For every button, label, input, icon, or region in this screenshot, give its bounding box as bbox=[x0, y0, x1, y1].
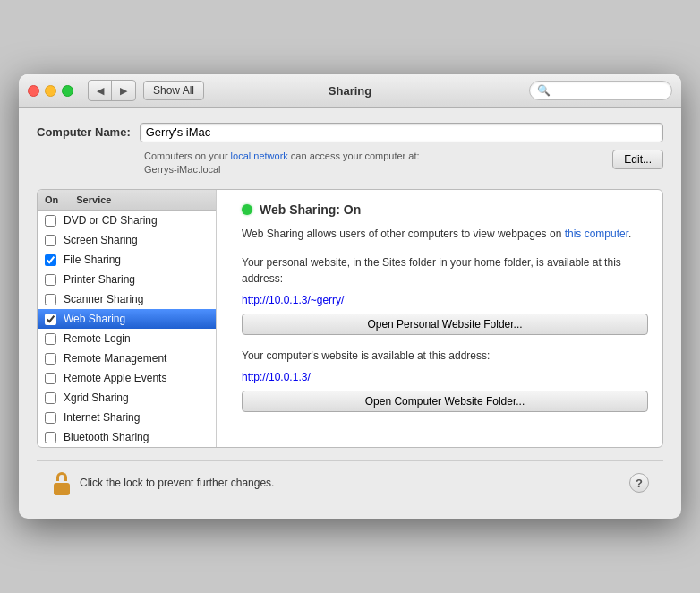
service-checkbox[interactable] bbox=[45, 353, 56, 365]
service-checkbox[interactable] bbox=[45, 333, 56, 345]
service-checkbox[interactable] bbox=[45, 392, 56, 404]
service-item[interactable]: Web Sharing bbox=[38, 309, 216, 329]
window: ◀ ▶ Show All Sharing 🔍 Computer Name: Co… bbox=[19, 74, 681, 520]
local-access-line2: Gerrys-iMac.local bbox=[144, 163, 420, 176]
computer-site-link[interactable]: http://10.0.1.3/ bbox=[242, 371, 311, 383]
service-name: Remote Management bbox=[64, 352, 166, 365]
personal-site-text: Your personal website, in the Sites fold… bbox=[242, 254, 648, 287]
detail-panel: Web Sharing: On Web Sharing allows users… bbox=[227, 190, 662, 447]
services-list: On Service DVD or CD SharingScreen Shari… bbox=[38, 190, 217, 447]
content: Computer Name: Computers on your local n… bbox=[19, 108, 681, 520]
service-item[interactable]: File Sharing bbox=[38, 250, 216, 270]
service-item[interactable]: Bluetooth Sharing bbox=[38, 427, 216, 447]
traffic-lights bbox=[28, 85, 73, 97]
service-checkbox[interactable] bbox=[45, 215, 56, 227]
service-item[interactable]: DVD or CD Sharing bbox=[38, 211, 216, 230]
lock-shackle bbox=[56, 472, 67, 481]
service-checkbox[interactable] bbox=[45, 274, 56, 286]
status-title: Web Sharing: On bbox=[260, 202, 361, 217]
service-item[interactable]: Xgrid Sharing bbox=[38, 388, 216, 408]
service-name: Screen Sharing bbox=[64, 234, 138, 246]
nav-buttons: ◀ ▶ bbox=[88, 80, 136, 101]
detail-description: Web Sharing allows users of other comput… bbox=[242, 226, 648, 242]
services-container: DVD or CD SharingScreen SharingFile Shar… bbox=[38, 211, 216, 447]
service-checkbox[interactable] bbox=[45, 235, 56, 246]
local-access-text: Computers on your local network can acce… bbox=[144, 150, 420, 177]
this-computer-link[interactable]: this computer bbox=[565, 228, 628, 240]
edit-button[interactable]: Edit... bbox=[612, 150, 663, 169]
computer-site-url: http://10.0.1.3/ bbox=[242, 369, 648, 385]
status-header: Web Sharing: On bbox=[242, 202, 648, 217]
bottom-bar: Click the lock to prevent further change… bbox=[37, 460, 663, 504]
close-button[interactable] bbox=[28, 85, 39, 97]
local-access-line1: Computers on your local network can acce… bbox=[144, 150, 420, 163]
service-checkbox[interactable] bbox=[45, 412, 56, 424]
service-name: File Sharing bbox=[64, 254, 121, 266]
lock-body bbox=[54, 483, 70, 495]
search-input[interactable] bbox=[554, 84, 664, 97]
main-panel: On Service DVD or CD SharingScreen Shari… bbox=[37, 189, 663, 448]
service-item[interactable]: Remote Apple Events bbox=[38, 368, 216, 388]
maximize-button[interactable] bbox=[62, 85, 73, 97]
service-name: Remote Apple Events bbox=[64, 372, 166, 384]
service-name: Bluetooth Sharing bbox=[64, 431, 149, 443]
local-access-row: Computers on your local network can acce… bbox=[37, 150, 663, 177]
service-name: Web Sharing bbox=[64, 313, 125, 325]
nav-search: ◀ ▶ Show All bbox=[88, 80, 204, 101]
computer-site-section: Your computer's website is available at … bbox=[242, 348, 648, 412]
service-item[interactable]: Internet Sharing bbox=[38, 408, 216, 427]
service-item[interactable]: Scanner Sharing bbox=[38, 289, 216, 309]
window-title: Sharing bbox=[329, 84, 371, 98]
service-item[interactable]: Remote Management bbox=[38, 348, 216, 368]
status-dot bbox=[242, 204, 252, 215]
service-name: Scanner Sharing bbox=[64, 293, 143, 305]
col-on-header: On bbox=[45, 194, 58, 205]
personal-site-url: http://10.0.1.3/~gerry/ bbox=[242, 292, 648, 308]
show-all-button[interactable]: Show All bbox=[143, 81, 204, 100]
service-checkbox[interactable] bbox=[45, 254, 56, 266]
services-header: On Service bbox=[38, 190, 216, 211]
titlebar: ◀ ▶ Show All Sharing 🔍 bbox=[19, 74, 681, 108]
search-box[interactable]: 🔍 bbox=[529, 81, 672, 100]
service-item[interactable]: Printer Sharing bbox=[38, 270, 216, 289]
service-name: Xgrid Sharing bbox=[64, 391, 129, 404]
open-computer-folder-button[interactable]: Open Computer Website Folder... bbox=[242, 391, 648, 412]
minimize-button[interactable] bbox=[45, 85, 56, 97]
service-checkbox[interactable] bbox=[45, 373, 56, 384]
computer-site-text: Your computer's website is available at … bbox=[242, 348, 648, 364]
service-name: Internet Sharing bbox=[64, 411, 140, 424]
service-item[interactable]: Remote Login bbox=[38, 329, 216, 348]
forward-button[interactable]: ▶ bbox=[112, 81, 135, 100]
computer-name-input[interactable] bbox=[140, 123, 663, 142]
service-name: Remote Login bbox=[64, 332, 131, 345]
col-service-header: Service bbox=[76, 194, 111, 205]
computer-name-row: Computer Name: bbox=[37, 123, 663, 142]
computer-name-label: Computer Name: bbox=[37, 125, 131, 139]
lock-text: Click the lock to prevent further change… bbox=[80, 477, 629, 489]
help-button[interactable]: ? bbox=[629, 473, 649, 493]
open-personal-folder-button[interactable]: Open Personal Website Folder... bbox=[242, 314, 648, 335]
back-button[interactable]: ◀ bbox=[89, 81, 112, 100]
service-item[interactable]: Screen Sharing bbox=[38, 230, 216, 250]
lock-icon[interactable] bbox=[51, 470, 73, 495]
service-checkbox[interactable] bbox=[45, 294, 56, 305]
personal-site-section: Your personal website, in the Sites fold… bbox=[242, 254, 648, 335]
service-name: Printer Sharing bbox=[64, 273, 135, 286]
search-icon: 🔍 bbox=[537, 84, 551, 97]
service-checkbox[interactable] bbox=[45, 314, 56, 325]
personal-site-link[interactable]: http://10.0.1.3/~gerry/ bbox=[242, 294, 344, 306]
service-name: DVD or CD Sharing bbox=[64, 214, 158, 227]
service-checkbox[interactable] bbox=[45, 432, 56, 443]
